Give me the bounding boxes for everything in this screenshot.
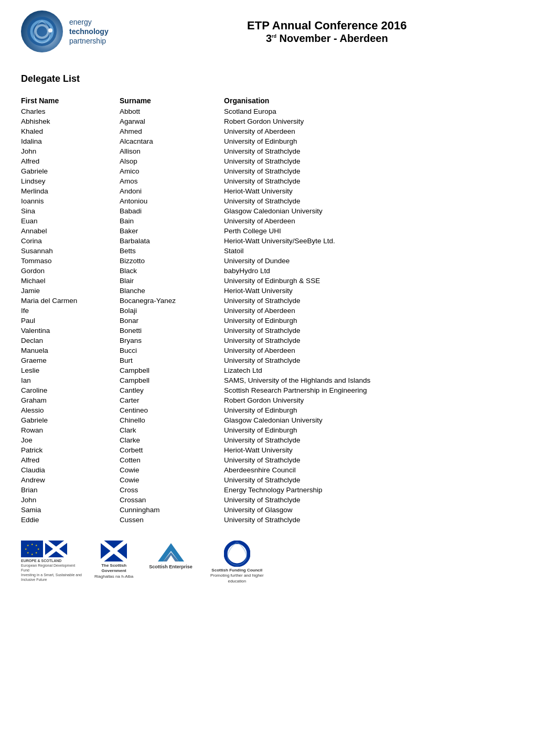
scottish-enterprise-logo: Scottish Enterprise: [149, 541, 192, 569]
cell-organisation: Heriot-Watt University/SeeByte Ltd.: [224, 236, 514, 246]
cell-organisation: University of Edinburgh: [224, 316, 514, 326]
cell-organisation: Perth College UHI: [224, 226, 514, 236]
cell-firstname: Caroline: [21, 385, 120, 395]
cell-organisation: Scotland Europa: [224, 106, 514, 116]
cell-surname: Black: [120, 266, 224, 276]
table-row: LeslieCampbellLizatech Ltd: [21, 365, 514, 375]
table-row: IfeBolajiUniversity of Aberdeen: [21, 306, 514, 316]
table-row: JoeClarkeUniversity of Strathclyde: [21, 435, 514, 445]
table-row: DeclanBryansUniversity of Strathclyde: [21, 336, 514, 345]
table-row: CharlesAbbottScotland Europa: [21, 106, 514, 116]
cell-firstname: Ian: [21, 375, 120, 385]
cell-surname: Cross: [120, 485, 224, 495]
cell-organisation: Energy Technology Partnership: [224, 485, 514, 495]
cell-surname: Burt: [120, 355, 224, 365]
table-row: JamieBlancheHeriot-Watt University: [21, 286, 514, 296]
cell-surname: Blanche: [120, 286, 224, 296]
conference-title: ETP Annual Conference 2016 3rd November …: [140, 19, 514, 45]
table-row: LindseyAmosUniversity of Strathclyde: [21, 176, 514, 186]
table-row: IanCampbellSAMS, University of the Highl…: [21, 375, 514, 385]
cell-firstname: Valentina: [21, 326, 120, 336]
cell-surname: Bryans: [120, 336, 224, 345]
table-row: GrahamCarterRobert Gordon University: [21, 395, 514, 405]
etp-logo-text: energy technology partnership: [69, 17, 109, 46]
cell-organisation: babyHydro Ltd: [224, 266, 514, 276]
cell-firstname: Declan: [21, 336, 120, 345]
logo-line1: energy: [69, 17, 109, 27]
cell-surname: Babadi: [120, 206, 224, 216]
cell-organisation: Robert Gordon University: [224, 116, 514, 126]
table-row: RowanClarkUniversity of Edinburgh: [21, 425, 514, 435]
cell-firstname: Rowan: [21, 425, 120, 435]
cell-organisation: Glasgow Caledonian University: [224, 415, 514, 425]
cell-organisation: University of Strathclyde: [224, 296, 514, 306]
table-row: AlfredAlsopUniversity of Strathclyde: [21, 156, 514, 166]
cell-organisation: SAMS, University of the Highlands and Is…: [224, 375, 514, 385]
cell-surname: Chinello: [120, 415, 224, 425]
cell-organisation: University of Glasgow: [224, 505, 514, 515]
table-row: AbhishekAgarwalRobert Gordon University: [21, 116, 514, 126]
cell-organisation: University of Aberdeen: [224, 306, 514, 316]
cell-firstname: Jamie: [21, 286, 120, 296]
table-row: JohnCrossanUniversity of Strathclyde: [21, 495, 514, 505]
scottish-government-logo: The Scottish Government Riaghaltas na h-…: [94, 541, 133, 579]
table-row: BrianCrossEnergy Technology Partnership: [21, 485, 514, 495]
table-row: GordonBlackbabyHydro Ltd: [21, 266, 514, 276]
cell-surname: Cussen: [120, 515, 224, 525]
cell-firstname: Graham: [21, 395, 120, 405]
cell-surname: Alcacntara: [120, 136, 224, 146]
cell-organisation: University of Strathclyde: [224, 176, 514, 186]
scottish-enterprise-text: Scottish Enterprise: [149, 564, 192, 569]
table-row: GabrieleAmicoUniversity of Strathclyde: [21, 166, 514, 176]
cell-organisation: University of Aberdeen: [224, 216, 514, 226]
table-row: AnnabelBakerPerth College UHI: [21, 226, 514, 236]
cell-surname: Bain: [120, 216, 224, 226]
scottish-funding-council-logo: Scottish Funding Council Promoting furth…: [208, 541, 266, 584]
cell-firstname: Paul: [21, 316, 120, 326]
cell-surname: Cantley: [120, 385, 224, 395]
cell-surname: Corbett: [120, 445, 224, 455]
cell-firstname: John: [21, 146, 120, 156]
cell-surname: Allison: [120, 146, 224, 156]
footer-logos: ★ ★ ★ ★ ★ ★ ★ ★ EUROPE & S: [21, 541, 514, 584]
cell-firstname: Maria del Carmen: [21, 296, 120, 306]
cell-organisation: University of Aberdeen: [224, 345, 514, 355]
table-row: ManuelaBucciUniversity of Aberdeen: [21, 345, 514, 355]
cell-surname: Bonar: [120, 316, 224, 326]
cell-organisation: University of Strathclyde: [224, 326, 514, 336]
cell-surname: Andoni: [120, 186, 224, 196]
col-header-firstname: First Name: [21, 95, 120, 106]
cell-firstname: Andrew: [21, 475, 120, 485]
table-row: AlessioCentineoUniversity of Edinburgh: [21, 405, 514, 415]
cell-firstname: Leslie: [21, 365, 120, 375]
cell-firstname: Corina: [21, 236, 120, 246]
cell-surname: Baker: [120, 226, 224, 236]
cell-organisation: Lizatech Ltd: [224, 365, 514, 375]
cell-organisation: University of Edinburgh & SSE: [224, 276, 514, 286]
table-row: MerlindaAndoniHeriot-Watt University: [21, 186, 514, 196]
eu-scotland-logo: ★ ★ ★ ★ ★ ★ ★ ★ EUROPE & S: [21, 541, 84, 582]
cell-surname: Amos: [120, 176, 224, 186]
table-row: GabrieleChinelloGlasgow Caledonian Unive…: [21, 415, 514, 425]
scot-gov-text: The Scottish Government Riaghaltas na h-…: [94, 563, 133, 579]
cell-firstname: Alessio: [21, 405, 120, 415]
table-row: SinaBabadiGlasgow Caledonian University: [21, 206, 514, 216]
cell-organisation: University of Strathclyde: [224, 336, 514, 345]
table-row: IoannisAntoniouUniversity of Strathclyde: [21, 196, 514, 206]
cell-firstname: Michael: [21, 276, 120, 286]
cell-surname: Ahmed: [120, 126, 224, 136]
cell-firstname: Eddie: [21, 515, 120, 525]
cell-surname: Cunningham: [120, 505, 224, 515]
cell-firstname: Manuela: [21, 345, 120, 355]
cell-surname: Bolaji: [120, 306, 224, 316]
table-header-row: First Name Surname Organisation: [21, 95, 514, 106]
cell-surname: Betts: [120, 246, 224, 256]
cell-surname: Amico: [120, 166, 224, 176]
cell-firstname: Patrick: [21, 445, 120, 455]
cell-firstname: Khaled: [21, 126, 120, 136]
cell-firstname: Graeme: [21, 355, 120, 365]
cell-firstname: John: [21, 495, 120, 505]
cell-firstname: Alfred: [21, 455, 120, 465]
sfc-text: Scottish Funding Council Promoting furth…: [208, 568, 266, 584]
table-row: SamiaCunninghamUniversity of Glasgow: [21, 505, 514, 515]
